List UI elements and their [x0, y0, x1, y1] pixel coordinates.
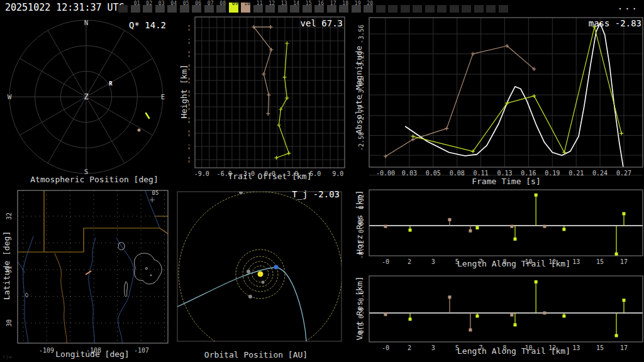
x-tick-label: -0.00	[376, 170, 395, 177]
frame-box-10[interactable]: 10	[241, 2, 250, 13]
mass-stat: mass -2.83	[547, 18, 641, 28]
light-curve-chart: -0.000.030.050.080.110.130.160.190.210.2…	[352, 15, 644, 186]
y-tick-label: 92	[189, 90, 191, 97]
frame-box-14[interactable]: 14	[290, 2, 299, 13]
frame-box[interactable]	[462, 2, 471, 13]
x-tick-label: 0.11	[474, 170, 489, 177]
frame-selector-strip: 0102030405060708091011121314151617181920	[118, 2, 511, 13]
height-axis-label: Height [km]	[179, 48, 189, 136]
x-tick-label: 17	[620, 344, 628, 351]
compass-east-label: E	[161, 93, 165, 101]
frame-box[interactable]	[413, 2, 422, 13]
camera-tan-marker	[471, 52, 475, 56]
y-tick-label: 85	[189, 156, 191, 163]
frame-box[interactable]	[450, 2, 459, 13]
polar-plot-title: Atmospheric Position [deg]	[19, 175, 170, 184]
mercury-marker	[262, 281, 265, 284]
frame-box-16[interactable]: 16	[314, 2, 324, 13]
camera-tan-marker	[469, 229, 472, 233]
timestamp: 20251022 12:31:37 UTC	[5, 2, 125, 13]
frame-time-axis-label: Frame Time [s]	[443, 177, 569, 186]
camera-tan-marker	[384, 313, 387, 316]
x-tick-label: 9.0	[332, 170, 343, 177]
top-status-bar: 20251022 12:31:37 UTC 010203040506070809…	[0, 0, 644, 15]
camera-tan-marker	[510, 225, 513, 228]
camera-tan-marker	[448, 218, 451, 221]
frame-box-03[interactable]: 03	[155, 2, 165, 13]
camera-yellow-marker	[274, 156, 278, 160]
rivers	[18, 190, 160, 343]
x-tick-label: 0.08	[450, 170, 465, 177]
x-tick-label: 0.16	[521, 170, 536, 177]
frame-box-12[interactable]: 12	[265, 2, 275, 13]
camera-yellow-marker	[615, 253, 618, 256]
camera-yellow-marker	[411, 134, 415, 138]
camera-yellow-marker	[282, 75, 286, 79]
absolute-magnitude-axis-label: Absolute Magnitude	[354, 47, 364, 134]
horz-res-axis-label: Horz Res [km]	[355, 178, 364, 266]
camera-yellow-marker	[475, 226, 479, 229]
camera-yellow-line	[276, 43, 289, 158]
y-tick-label: -3.56	[358, 25, 365, 43]
frame-box[interactable]	[376, 2, 386, 13]
x-tick-label: 0.13	[497, 170, 512, 177]
frame-box-06[interactable]: 06	[192, 2, 201, 13]
meteor-dot-tan	[138, 129, 141, 132]
frame-box[interactable]	[486, 2, 496, 13]
y-tick-label: 87	[189, 143, 191, 150]
x-tick-label: 0.03	[402, 170, 417, 177]
y-tick-label: 97	[189, 37, 191, 45]
frame-box-13[interactable]: 13	[278, 2, 287, 13]
frame-box[interactable]	[425, 2, 435, 13]
camera-tan-marker	[543, 312, 546, 315]
frame-box[interactable]	[499, 2, 508, 13]
camera-tan-marker	[543, 225, 546, 228]
x-tick-label: -0	[382, 258, 389, 265]
frame-box-19[interactable]: 19	[352, 2, 361, 13]
y-tick-label: 89	[189, 116, 191, 124]
frame-box[interactable]	[437, 2, 447, 13]
frame-box-15[interactable]: 15	[303, 2, 312, 13]
frame-box-07[interactable]: 07	[204, 2, 214, 13]
x-tick-label: 0.24	[592, 170, 608, 177]
overflow-menu[interactable]: ...	[618, 1, 639, 11]
frame-box-08[interactable]: 08	[216, 2, 226, 13]
zenith-label: Z	[84, 92, 88, 101]
camera-yellow-marker	[409, 229, 412, 232]
camera-yellow-marker	[287, 151, 291, 155]
frame-box-02[interactable]: 02	[143, 2, 152, 13]
camera-yellow-marker	[513, 238, 516, 241]
frame-box-20[interactable]: 20	[364, 2, 373, 13]
camera-tan-marker	[510, 314, 513, 317]
sun-marker	[258, 272, 264, 277]
frame-box-04[interactable]: 04	[167, 2, 177, 13]
camera-yellow-marker	[615, 334, 618, 337]
orbital-position-plot	[176, 186, 352, 362]
compass-north-label: N	[84, 19, 89, 27]
camera-yellow-marker	[562, 228, 565, 231]
atmospheric-position-plot: N S W E Z R	[0, 15, 189, 186]
frame-box[interactable]	[388, 2, 397, 13]
frame-box-18[interactable]: 18	[339, 2, 348, 13]
x-tick-label: 2	[408, 344, 411, 351]
vert-res-axis-label: Vert Res [km]	[355, 265, 364, 353]
x-tick-label: -0	[382, 344, 389, 351]
mars-marker	[248, 295, 252, 299]
camera-tan-marker	[469, 329, 472, 332]
plot-border	[369, 190, 643, 256]
trail-offset-axis-label: Trail Offset [km]	[207, 172, 333, 181]
frame-box-01[interactable]: 01	[131, 2, 140, 13]
frame-box[interactable]	[474, 2, 484, 13]
camera-yellow-marker	[623, 299, 626, 302]
frame-box[interactable]	[118, 2, 128, 13]
frame-box-11[interactable]: 11	[253, 2, 263, 13]
frame-box-17[interactable]: 17	[327, 2, 336, 13]
longitude-axis-label: Longitude [deg]	[30, 349, 155, 359]
meteoroid-trajectory	[177, 267, 306, 341]
plot-border	[369, 276, 643, 342]
meteor-ground-track	[86, 271, 91, 275]
frame-box[interactable]	[401, 2, 410, 13]
frame-box-05[interactable]: 05	[180, 2, 189, 13]
orbital-plot-title: Orbital Position [AU]	[193, 350, 319, 359]
frame-box-09[interactable]: 09	[229, 2, 238, 13]
